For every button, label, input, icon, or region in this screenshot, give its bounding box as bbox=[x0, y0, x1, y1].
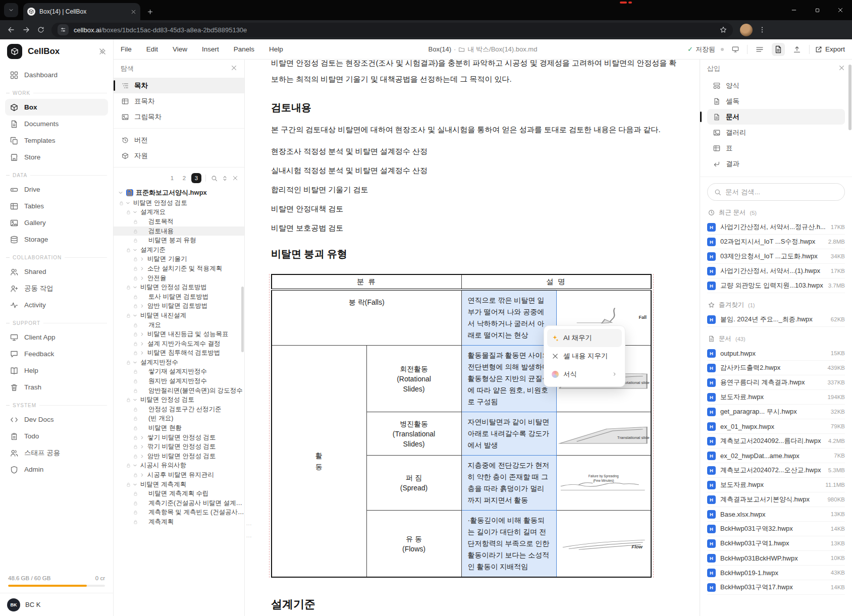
menu-panels[interactable]: Panels bbox=[234, 45, 254, 53]
menu-view[interactable]: View bbox=[173, 45, 187, 53]
tab-close-icon[interactable] bbox=[131, 9, 136, 15]
file-row[interactable]: H용연구름다리 계측결과.hwpx337KB bbox=[707, 375, 845, 390]
table-class-cell[interactable]: 붕 락(Falls) bbox=[272, 290, 461, 346]
explorer-view-버전[interactable]: 버전 bbox=[114, 132, 244, 148]
file-row[interactable]: HBckHwp031BckHWP.hwpx10KB bbox=[707, 551, 845, 566]
document-canvas[interactable]: 비탈면 안정성 검토는 현장조건(조사 및 시험결과)을 충분히 파악하고 시공… bbox=[245, 60, 700, 616]
window-close-button[interactable] bbox=[829, 0, 852, 20]
table-class-cell[interactable]: 병진활동 (Translational Slides) bbox=[366, 412, 461, 456]
file-row[interactable]: HBckHwp019-1.hwpx43KB bbox=[707, 566, 845, 580]
explorer-view-목차[interactable]: 목차 bbox=[114, 78, 244, 93]
tree-item[interactable]: 암반 비탈면 검토방법 bbox=[114, 302, 244, 311]
tree-item[interactable]: (빈 개요) bbox=[114, 414, 244, 424]
tree-item[interactable]: 비탈면 붕괴 유형 bbox=[114, 236, 244, 245]
sidebar-item-box[interactable]: Box bbox=[5, 99, 108, 116]
sidebar-item-client-app[interactable]: Client App bbox=[5, 329, 108, 346]
insert-item-문서[interactable]: 문서 bbox=[707, 109, 845, 125]
presentation-button[interactable] bbox=[729, 43, 741, 55]
sidebar-item-storage[interactable]: Storage bbox=[5, 231, 108, 248]
insert-item-표[interactable]: 표 bbox=[707, 140, 845, 156]
sidebar-item-drive[interactable]: Drive bbox=[5, 181, 108, 198]
tree-item[interactable]: 설계개요 bbox=[114, 208, 244, 217]
document-search-input[interactable]: 문서 검색... bbox=[707, 183, 845, 201]
tree-item[interactable]: 암반절리면(불연속면)의 강도정수 bbox=[114, 386, 244, 396]
table-desc-cell[interactable]: 활동물질과 활동면 사이의 전단변형에 의해 발생하며 활동형상은 지반의 균질… bbox=[461, 346, 556, 412]
tree-item[interactable]: 계측계획 bbox=[114, 517, 244, 527]
table-desc-cell[interactable]: ·활동깊이에 비해 활동되는 길이가 대단히 길며 전단저항력의 부족으로 인한… bbox=[461, 511, 556, 578]
file-row[interactable]: H붙임. 2024년 주요..._최종.hwpx62KB bbox=[707, 312, 845, 327]
sidebar-item-gallery[interactable]: Gallery bbox=[5, 214, 108, 231]
tree-item[interactable]: 토사 비탈면 검토방법 bbox=[114, 292, 244, 302]
menu-insert[interactable]: Insert bbox=[202, 45, 219, 53]
tree-item[interactable]: 비탈면 침투해석 검토방법 bbox=[114, 349, 244, 358]
menu-file[interactable]: File bbox=[121, 45, 132, 53]
sidebar-item-공동-작업[interactable]: 공동 작업 bbox=[5, 280, 108, 297]
new-tab-button[interactable] bbox=[143, 5, 156, 18]
explorer-close-icon[interactable] bbox=[231, 65, 237, 73]
file-row[interactable]: H보도자료.hwpx194KB bbox=[707, 390, 845, 405]
browser-profile-avatar[interactable] bbox=[740, 24, 753, 36]
tree-item[interactable]: 비탈면 안정성 검토 bbox=[114, 198, 244, 208]
back-button[interactable] bbox=[7, 26, 15, 34]
file-row[interactable]: H보도자료.hwpx11.1MB bbox=[707, 478, 845, 492]
sidebar-item-feedback[interactable]: Feedback bbox=[5, 346, 108, 362]
table-group-cell[interactable]: 활 동 bbox=[272, 346, 366, 578]
table-image-cell[interactable]: Flow bbox=[556, 511, 651, 578]
table-image-cell[interactable]: Translational slide bbox=[556, 412, 651, 456]
tree-item[interactable]: 비탈면 계측계획 bbox=[114, 480, 244, 489]
window-minimize-button[interactable] bbox=[782, 0, 806, 20]
file-row[interactable]: H03제안요청서_IoT ...고도화.hwpx34KB bbox=[707, 249, 845, 264]
table-class-cell[interactable]: 퍼 짐 (Spread) bbox=[366, 456, 461, 511]
page-button-1[interactable]: 1 bbox=[167, 173, 177, 183]
page-button-3[interactable]: 3 bbox=[191, 173, 201, 183]
sidebar-item-admin[interactable]: Admin bbox=[5, 461, 108, 478]
document-view-button[interactable] bbox=[772, 43, 785, 56]
table-desc-cell[interactable]: 연직으로 깎은 비탈면 일부가 떨어져 나와 공중에서 낙하하거나 굴러서 아래… bbox=[461, 290, 556, 346]
tree-item[interactable]: 쌓기 비탈면 안정성 검토 bbox=[114, 433, 244, 442]
tree-item[interactable]: 계측항목 및 계측빈도 (건설공사 비... bbox=[114, 508, 244, 518]
tree-item[interactable]: 소단 설치기준 및 적용계획 bbox=[114, 264, 244, 273]
address-bar[interactable]: cellbox.ai/boxes/1bdc15ac-dd83-45d3-a8ea… bbox=[51, 23, 733, 37]
table-image-cell[interactable]: Failure by Spreading (Few Minutes) bbox=[556, 456, 651, 511]
tree-item[interactable]: 계측기준(건설공사 비탈면 설계기준 ... bbox=[114, 498, 244, 508]
sidebar-item-tables[interactable]: Tables bbox=[5, 198, 108, 214]
file-row[interactable]: Hex_01_hwpx.hwpx79KB bbox=[707, 419, 845, 434]
explorer-view-그림목차[interactable]: 그림목차 bbox=[114, 109, 244, 125]
tree-item[interactable]: 비탈면 안정성 검토방법 bbox=[114, 283, 244, 292]
browser-tab[interactable]: Box(14) | CellBox bbox=[23, 3, 140, 20]
browser-menu-icon[interactable] bbox=[759, 26, 766, 33]
tree-sort-button[interactable] bbox=[221, 174, 229, 183]
sidebar-item-dev-docs[interactable]: Dev Docs bbox=[5, 411, 108, 428]
outline-view-button[interactable] bbox=[753, 43, 766, 56]
sidebar-item-documents[interactable]: Documents bbox=[5, 116, 108, 132]
failure-type-table[interactable]: 분 류설 명붕 락(Falls)연직으로 깎은 비탈면 일부가 떨어져 나와 공… bbox=[271, 274, 652, 578]
tree-item[interactable]: 설계기준 bbox=[114, 245, 244, 255]
reload-button[interactable] bbox=[37, 26, 44, 33]
sidebar-item-activity[interactable]: Activity bbox=[5, 297, 108, 313]
tree-item[interactable]: 시공후 비탈면 유지관리 bbox=[114, 470, 244, 480]
file-row[interactable]: Hget_paragrap... 무시.hwpx32KB bbox=[707, 405, 845, 419]
file-row[interactable]: Hex_02_hwpDat...ame.hwpx7KB bbox=[707, 449, 845, 463]
tree-item[interactable]: 깎기 비탈면 안정성 검토 bbox=[114, 442, 244, 452]
insert-item-양식[interactable]: 양식 bbox=[707, 78, 845, 93]
tree-item[interactable]: 원지반 설계지반정수 bbox=[114, 376, 244, 386]
tree-item[interactable]: 암반 비탈면 안정성 검토 bbox=[114, 452, 244, 461]
tree-close-button[interactable] bbox=[231, 174, 239, 182]
tree-item[interactable]: 안전율 bbox=[114, 273, 244, 283]
bookmark-star-icon[interactable] bbox=[720, 26, 727, 33]
sidebar-item-스태프-공용[interactable]: 스태프 공용 bbox=[5, 444, 108, 461]
window-scrollbar[interactable] bbox=[848, 65, 851, 130]
window-maximize-button[interactable] bbox=[806, 0, 829, 20]
tree-item[interactable]: 비탈면 내진설계 bbox=[114, 311, 244, 320]
file-row[interactable]: H02과업지시서_IoT ...S수정.hwpx2.8MB bbox=[707, 235, 845, 249]
tree-item[interactable]: 개요 bbox=[114, 320, 244, 330]
table-class-cell[interactable]: 회전활동 (Rotational Slides) bbox=[366, 346, 461, 412]
sidebar-item-dashboard[interactable]: Dashboard bbox=[5, 67, 108, 83]
table-desc-cell[interactable]: 자연비탈면과 같이 비탈면 아래로 내려갈수록 강도가 에서 발생 bbox=[461, 412, 556, 456]
tab-search-chevron-button[interactable] bbox=[4, 3, 18, 17]
file-row[interactable]: H계측보고서2024092...름다리.hwpx4.2MB bbox=[707, 434, 845, 449]
tree-item[interactable]: 쌓기재 설계지반정수 bbox=[114, 367, 244, 377]
tree-item[interactable]: 설계지반정수 bbox=[114, 358, 244, 367]
sidebar-item-trash[interactable]: Trash bbox=[5, 379, 108, 396]
tree-item[interactable]: 설계 지반가속도계수 결정 bbox=[114, 339, 244, 349]
